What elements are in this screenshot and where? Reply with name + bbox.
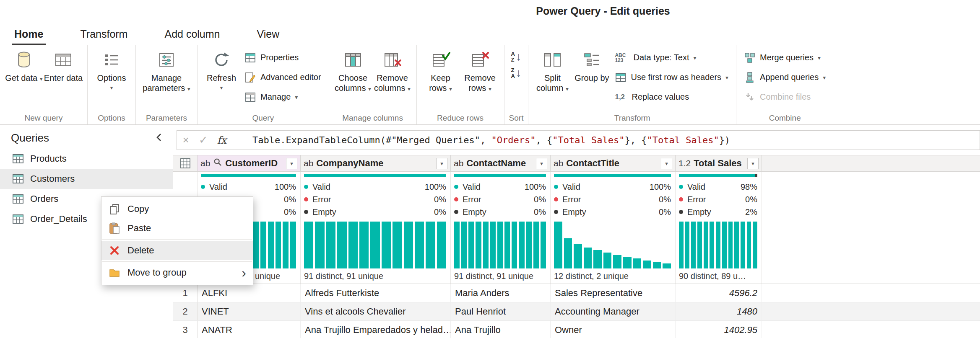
refresh-button[interactable]: Refresh ▾ [202, 46, 241, 113]
advanced-editor-button[interactable]: Advanced editor [241, 67, 325, 87]
data-type-button[interactable]: ABC123 Data type: Text ▾ [611, 48, 732, 67]
error-dot-icon [554, 197, 558, 201]
merge-queries-icon [744, 52, 756, 64]
choose-columns-button[interactable]: Choose columns ▾ [333, 46, 373, 113]
cell[interactable]: 1480 [676, 302, 762, 320]
context-menu-item-copy[interactable]: Copy [101, 199, 253, 219]
tab-transform[interactable]: Transform [78, 25, 130, 45]
get-data-button[interactable]: Get data ▾ [4, 46, 44, 113]
valid-dot-icon [454, 185, 458, 189]
tab-home[interactable]: Home [12, 25, 46, 45]
row-number[interactable]: 1 [173, 284, 198, 302]
formula-input[interactable]: Table.ExpandTableColumn(#"Merged Queries… [252, 135, 730, 145]
merge-queries-button[interactable]: Merge queries ▾ [741, 48, 829, 67]
manage-parameters-button[interactable]: Manage parameters ▾ [140, 46, 193, 113]
cell[interactable]: Ana Trujillo Emparedados y helad… [301, 321, 451, 338]
manage-button[interactable]: Manage ▾ [241, 87, 325, 107]
cell[interactable]: Alfreds Futterkiste [301, 284, 451, 302]
enter-data-button[interactable]: Enter data [44, 46, 83, 113]
filter-dropdown-button[interactable]: ▾ [286, 158, 297, 169]
cell[interactable]: 1402.95 [676, 321, 762, 338]
combine-files-icon [744, 91, 756, 103]
cell[interactable]: Accounting Manager [551, 302, 676, 320]
column-header-contactname[interactable]: ab ContactName ▾ [451, 155, 551, 171]
group-by-button[interactable]: Group by [572, 46, 611, 113]
row-number[interactable]: 2 [173, 302, 198, 320]
collapse-queries-panel-button[interactable] [155, 133, 163, 144]
cancel-formula-button[interactable]: × [177, 134, 195, 147]
cell[interactable]: Paul Henriot [451, 302, 551, 320]
cell[interactable]: Sales Representative [551, 284, 676, 302]
title-bar: Power Query - Edit queries [0, 0, 980, 22]
error-dot-icon [679, 197, 683, 201]
cell[interactable]: Owner [551, 321, 676, 338]
sort-ascending-button[interactable]: AZ ↓ [511, 51, 522, 62]
group-label-transform: Transform [533, 113, 732, 124]
column-header-total-sales[interactable]: 1.2 Total Sales ▾ [676, 155, 762, 171]
filter-dropdown-button[interactable]: ▾ [747, 158, 759, 169]
remove-columns-button[interactable]: Remove columns ▾ [373, 46, 412, 113]
column-header-contacttitle[interactable]: ab ContactTitle ▾ [551, 155, 676, 171]
context-menu-item-delete[interactable]: Delete [101, 241, 253, 260]
filter-dropdown-button[interactable]: ▾ [436, 158, 447, 169]
column-profile-total-sales: Valid98% Error0% Empty2% 90 distinct, 89… [676, 172, 762, 284]
split-column-icon [543, 50, 562, 70]
context-menu-item-paste[interactable]: Paste [101, 219, 253, 238]
empty-dot-icon [554, 210, 558, 214]
query-table-icon [12, 213, 24, 225]
column-header-customerid[interactable]: ab CustomerID ▾ [198, 155, 301, 171]
delete-icon [108, 244, 121, 257]
cell[interactable]: 4596.2 [676, 284, 762, 302]
group-label-query: Query [202, 113, 325, 124]
keep-rows-button[interactable]: Keep rows ▾ [421, 46, 460, 113]
folder-icon [108, 266, 121, 279]
chevron-down-icon: ▾ [295, 94, 298, 101]
column-header-companyname[interactable]: ab CompanyName ▾ [301, 155, 451, 171]
commit-formula-button[interactable]: ✓ [195, 134, 212, 147]
table-row: 1 ALFKI Alfreds Futterkiste Maria Anders… [173, 284, 980, 302]
options-button[interactable]: Options ▾ [92, 46, 131, 113]
ribbon-tab-bar: Home Transform Add column View [0, 22, 980, 45]
cell[interactable]: ANATR [198, 321, 301, 338]
remove-rows-button[interactable]: Remove rows ▾ [460, 46, 500, 113]
select-all-corner-button[interactable] [173, 155, 198, 171]
filter-dropdown-button[interactable]: ▾ [536, 158, 547, 169]
query-item-products[interactable]: Products [0, 149, 173, 169]
cell[interactable]: Maria Anders [451, 284, 551, 302]
chevron-down-icon: ▾ [693, 54, 696, 61]
keep-rows-icon [431, 50, 450, 70]
column-quality-row: Valid100% Error0% Empty0% 91 distinct, 9… [173, 172, 980, 284]
group-label-options: Options [92, 113, 131, 124]
manage-icon [244, 91, 256, 103]
sort-descending-button[interactable]: ZA ↓ [511, 67, 522, 79]
filter-dropdown-button[interactable]: ▾ [661, 158, 672, 169]
use-first-row-as-headers-button[interactable]: Use first row as headers ▾ [611, 67, 732, 87]
cell[interactable]: VINET [198, 302, 301, 320]
header-filler [762, 155, 980, 171]
ribbon-group-manage-columns: Choose columns ▾ Remove columns ▾ Manage… [329, 45, 417, 124]
row-number[interactable]: 3 [173, 321, 198, 338]
cell[interactable]: Ana Trujillo [451, 321, 551, 338]
tab-view[interactable]: View [254, 25, 282, 45]
chevron-down-icon: ▾ [823, 74, 826, 81]
replace-values-button[interactable]: 1,2 Replace values [611, 87, 732, 107]
append-queries-icon [744, 72, 756, 83]
main-area: × ✓ fx Table.ExpandTableColumn(#"Merged … [173, 125, 980, 338]
properties-button[interactable]: Properties [241, 48, 325, 67]
row-filler [762, 321, 980, 338]
quality-bar [454, 174, 546, 177]
cell[interactable]: ALFKI [198, 284, 301, 302]
tab-add-column[interactable]: Add column [162, 25, 222, 45]
split-column-button[interactable]: Split column ▾ [533, 46, 572, 113]
value-distribution-histogram [454, 222, 546, 268]
data-preview-grid: ab CustomerID ▾ ab CompanyName ▾ ab [173, 155, 980, 338]
context-menu-item-move-to-group[interactable]: Move to group › [101, 263, 253, 282]
group-by-icon [582, 50, 601, 70]
text-type-icon: ab [200, 158, 210, 168]
append-queries-button[interactable]: Append queries ▾ [741, 67, 829, 87]
magnifier-icon [213, 157, 222, 169]
cell[interactable]: Vins et alcools Chevalier [301, 302, 451, 320]
properties-icon [244, 52, 256, 64]
valid-dot-icon [201, 185, 205, 189]
query-item-customers[interactable]: Customers [0, 169, 173, 189]
